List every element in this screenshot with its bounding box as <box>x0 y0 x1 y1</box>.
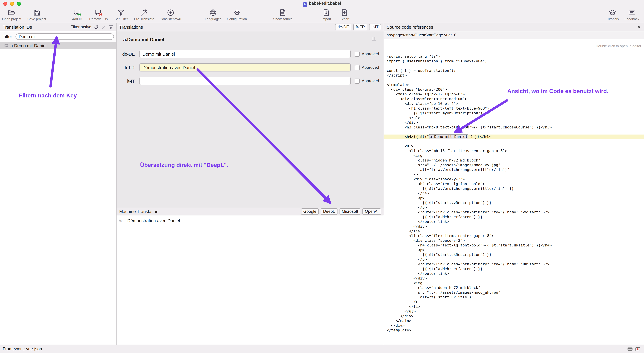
languages-icon <box>209 9 218 17</box>
toolbar: Open project Save project Add ID Remove … <box>0 8 644 23</box>
toolbar-export[interactable]: Export <box>337 8 352 21</box>
approved-label: Approved <box>362 52 379 56</box>
translation-input-it[interactable] <box>140 77 351 85</box>
mt-provider-buttons: Google DeepL Microsoft OpenAI <box>301 208 381 215</box>
mt-provider-microsoft[interactable]: Microsoft <box>339 208 360 215</box>
filter-input[interactable] <box>15 33 114 40</box>
translation-id-list: a.Demo mit Daniel <box>0 42 116 344</box>
mt-provider-openai[interactable]: OpenAI <box>362 208 381 215</box>
row-lang-label: it-IT <box>119 78 135 84</box>
keyboard-status-icon[interactable] <box>627 346 633 352</box>
close-window-button[interactable] <box>3 2 8 6</box>
toolbar-tutorials[interactable]: Tutorials <box>605 8 620 21</box>
pre-translate-icon <box>140 9 148 17</box>
zoom-window-button[interactable] <box>17 2 21 6</box>
toolbar-remove-ids[interactable]: Remove IDs <box>89 8 108 21</box>
source-code-header: Source code references <box>384 23 644 31</box>
notification-status-icon[interactable] <box>635 346 641 352</box>
approved-label: Approved <box>362 65 379 70</box>
lang-button-fr[interactable]: fr-FR <box>353 24 367 30</box>
toolbar-save-project[interactable]: Save project <box>28 8 46 21</box>
toolbar-import[interactable]: Import <box>319 8 334 21</box>
editor-hint-text: Double-click to open in editor <box>596 44 641 48</box>
filter-icon[interactable] <box>108 25 114 30</box>
translation-ids-header: Translation IDs Filter active <box>0 23 116 31</box>
row-lang-label: fr-FR <box>119 65 135 70</box>
translations-title: Translations <box>119 25 143 30</box>
row-lang-label: de-DE <box>119 52 135 57</box>
approved-checkbox-it[interactable] <box>355 78 360 84</box>
source-reference-item[interactable]: src/pages/start/GuestStartPage.vue:18 <box>384 31 644 39</box>
refresh-filter-icon[interactable] <box>94 25 99 30</box>
filter-row: Filter: <box>0 31 116 42</box>
translation-input-fr[interactable] <box>140 63 351 72</box>
open-project-icon <box>8 9 16 17</box>
toolbar-add-id[interactable]: Add ID <box>70 8 84 21</box>
source-references-icon[interactable] <box>371 36 377 42</box>
title-bar: bbabel-edit.babel <box>0 0 644 8</box>
main-area: Translation IDs Filter active Filter: a.… <box>0 23 644 344</box>
tutorials-icon <box>608 9 616 17</box>
status-icons <box>627 346 641 352</box>
mt-shortcut-hint: ⌘1 <box>118 219 126 223</box>
babeledit-window: bbabel-edit.babel Open project Save proj… <box>0 0 644 353</box>
window-title-text: babel-edit.babel <box>309 1 341 6</box>
translation-row-fr: fr-FR Approved <box>119 63 379 72</box>
toolbar-consistency-ai[interactable]: ConsistencyAI <box>160 8 181 21</box>
window-title: bbabel-edit.babel <box>0 1 644 7</box>
export-icon <box>340 9 349 17</box>
consistency-ai-icon <box>166 9 175 17</box>
translation-ids-title: Translation IDs <box>3 25 32 30</box>
approved-checkbox-de[interactable] <box>355 52 360 57</box>
mt-provider-google[interactable]: Google <box>301 208 319 215</box>
filter-label: Filter: <box>2 34 13 39</box>
translation-ids-panel: Translation IDs Filter active Filter: a.… <box>0 23 116 344</box>
entry-title: a.Demo mit Daniel <box>123 37 164 42</box>
machine-translation-header: Machine Translation Google DeepL Microso… <box>116 208 384 215</box>
toolbar-languages[interactable]: Languages <box>205 8 222 21</box>
remove-ids-icon <box>94 9 103 17</box>
source-code-title: Source code references <box>387 25 433 30</box>
filter-active-label: Filter active <box>70 25 91 29</box>
show-source-icon <box>279 9 287 17</box>
clear-filter-icon[interactable] <box>101 25 106 30</box>
status-bar: Framework: vue-json <box>0 344 644 353</box>
feedback-icon <box>628 9 636 17</box>
translation-id-label: a.Demo mit Daniel <box>10 43 46 48</box>
language-buttons: de-DE fr-FR it-IT <box>335 24 381 30</box>
toolbar-show-source[interactable]: Show source <box>273 8 293 21</box>
minimize-window-button[interactable] <box>10 2 14 6</box>
translation-input-de[interactable] <box>140 50 351 58</box>
approved-checkbox-fr[interactable] <box>355 65 360 70</box>
translations-header: Translations de-DE fr-FR it-IT <box>116 23 384 31</box>
import-icon <box>322 9 330 17</box>
speech-bubble-icon <box>4 43 8 48</box>
mt-suggestion-row[interactable]: ⌘1 Démonstration avec Daniel <box>118 218 180 223</box>
source-code-panel: Source code references src/pages/start/G… <box>384 23 644 344</box>
translation-id-item[interactable]: a.Demo mit Daniel <box>0 42 116 49</box>
configuration-icon <box>233 9 241 17</box>
close-panel-icon[interactable] <box>637 25 641 29</box>
traffic-lights <box>3 2 21 6</box>
source-reference-path: src/pages/start/GuestStartPage.vue:18 <box>387 33 456 38</box>
translation-editor: a.Demo mit Daniel de-DE Approved fr-FR A… <box>116 31 384 208</box>
highlighted-key-token: a.Demo mit Daniel <box>429 134 468 139</box>
framework-label: Framework: vue-json <box>3 346 42 351</box>
save-project-icon <box>32 9 41 17</box>
lang-button-it[interactable]: it-IT <box>369 24 381 30</box>
toolbar-configuration[interactable]: Configuration <box>227 8 247 21</box>
mt-suggestion-text: Démonstration avec Daniel <box>127 218 180 223</box>
translation-row-de: de-DE Approved <box>119 50 379 58</box>
toolbar-feedback[interactable]: Feedback <box>624 8 639 21</box>
machine-translation-content: ⌘1 Démonstration avec Daniel <box>116 215 384 344</box>
toolbar-open-project[interactable]: Open project <box>2 8 22 21</box>
translation-row-it: it-IT Approved <box>119 77 379 85</box>
lang-button-de[interactable]: de-DE <box>335 24 351 30</box>
editor-hint-row: Double-click to open in editor <box>384 39 644 53</box>
approved-label: Approved <box>362 79 379 83</box>
machine-translation-title: Machine Translation <box>119 209 158 214</box>
code-listing: <script setup lang="ts">import { useTran… <box>384 53 644 344</box>
toolbar-set-filter[interactable]: Set Filter <box>114 8 129 21</box>
toolbar-pre-translate[interactable]: Pre-Translate <box>134 8 154 21</box>
mt-provider-deepl[interactable]: DeepL <box>321 208 337 215</box>
